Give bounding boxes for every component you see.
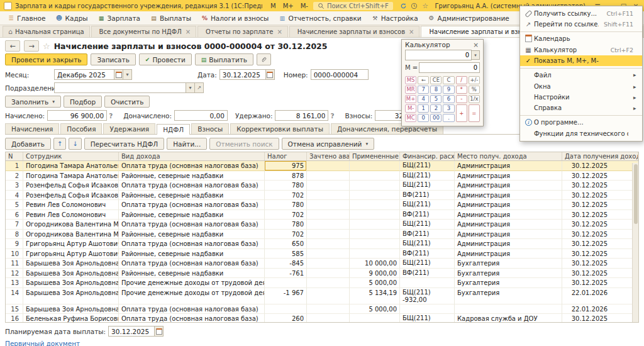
cell-financing[interactable]: ВФ(211) [400, 230, 455, 240]
cell-employee[interactable]: Ревин Лев Соломонович [23, 210, 119, 220]
cell-advance-offset[interactable] [307, 278, 350, 288]
cell-employee[interactable]: Ревин Лев Соломонович [23, 200, 119, 210]
cell-income-type[interactable]: Районные, северные надбавки [119, 249, 265, 259]
cell-income-date[interactable]: 30.12.2025 [562, 191, 638, 201]
table-row[interactable]: 16 Беленькая Руфина Борисовна Оплата тру… [6, 314, 638, 322]
cell-applied-deductions[interactable] [350, 161, 400, 171]
cell-applied-deductions[interactable] [350, 230, 400, 240]
global-search[interactable]: Поиск Ctrl+Shift+F [313, 2, 393, 10]
cell-income-date[interactable]: 30.12.2025 [562, 200, 638, 210]
cell-tax[interactable]: 702 [265, 191, 307, 201]
cell-employee[interactable]: Григорьянц Артур Ашотович [23, 249, 119, 259]
calculator-button[interactable]: 4 [418, 95, 429, 103]
table-row[interactable]: 5 Ревин Лев Соломонович Оплата труда (ос… [6, 200, 638, 210]
cell-financing[interactable]: БЩ(211) [400, 314, 455, 322]
planned-date-calendar-button[interactable] [155, 326, 164, 337]
calculator-button[interactable]: 9 [443, 86, 454, 94]
cell-income-type[interactable]: Оплата труда (основная налоговая база) [119, 304, 265, 315]
cell-income-place[interactable]: Администрация [455, 230, 562, 240]
cell-income-place[interactable]: Администрация [455, 200, 562, 210]
document-tab[interactable]: Начисления [5, 123, 59, 134]
cell-income-date[interactable]: 22.01.2026 [562, 304, 638, 315]
cell-financing[interactable]: БЩ(211) [400, 181, 455, 191]
number-input[interactable] [311, 69, 369, 80]
menu-section-item[interactable]: Настройка [367, 13, 423, 23]
cell-tax[interactable]: 975 [265, 161, 307, 171]
cell-applied-deductions[interactable] [350, 249, 400, 259]
back-button[interactable]: ← [5, 40, 20, 52]
cell-row-number[interactable]: 11 [6, 259, 23, 269]
cell-income-type[interactable]: Оплата труда (основная налоговая база) [119, 161, 265, 171]
cell-financing[interactable] [400, 304, 455, 315]
cell-income-date[interactable]: 30.12.2025 [562, 314, 638, 322]
cell-income-date[interactable]: 30.12.2025 [562, 161, 638, 171]
menu-section-item[interactable]: Выплаты [145, 13, 196, 23]
calculator-button[interactable]: % [469, 86, 480, 94]
cell-income-place[interactable]: Администрация [455, 161, 562, 171]
document-tab[interactable]: Пособия [60, 123, 102, 134]
calculator-button[interactable]: MR [405, 86, 416, 94]
cell-income-type[interactable]: Оплата труда (основная налоговая база) [119, 314, 265, 322]
cell-income-type[interactable]: Оплата труда (основная налоговая база) [119, 200, 265, 210]
pay-button[interactable]: Выплатить [195, 53, 253, 65]
document-tab[interactable]: Взносы [191, 123, 229, 134]
calculator-button[interactable]: 6 [443, 95, 454, 103]
cell-income-type[interactable]: Районные, северные надбавки [119, 210, 265, 220]
calculator-button[interactable]: 5 [430, 95, 441, 103]
cancel-search-button[interactable]: Отменить поиск [209, 138, 279, 150]
cell-tax[interactable]: -845 [265, 259, 307, 269]
forward-button[interactable]: → [24, 40, 39, 52]
window-tab[interactable]: Все документы по НДФЛ × [91, 26, 197, 37]
calculator-button[interactable]: C [443, 76, 454, 84]
withheld-help-icon[interactable]: ? [330, 112, 334, 120]
document-tab[interactable]: Корректировки выплаты [230, 123, 330, 134]
fill-button[interactable]: Заполнить▾ [5, 96, 61, 108]
cell-advance-offset[interactable] [307, 171, 350, 181]
cell-financing[interactable]: БЩ(211) [400, 259, 455, 269]
calculator-button[interactable]: / [456, 76, 467, 84]
calculator-button[interactable]: M+ [405, 95, 416, 103]
clear-button[interactable]: Очистить [104, 96, 150, 108]
table-row[interactable]: 3 Розенфельд Софья Исааковна Оплата труд… [6, 181, 638, 191]
cell-tax[interactable]: 878 [265, 171, 307, 181]
cell-income-place[interactable]: Администрация [455, 249, 562, 259]
department-open-icon[interactable]: ↗ [195, 82, 204, 93]
service-menu-item[interactable]: Перейти по ссылке... Shift+F11 ▸ [520, 19, 642, 30]
cell-income-place[interactable]: Администрация [455, 171, 562, 181]
cell-advance-offset[interactable] [307, 191, 350, 201]
cell-applied-deductions[interactable] [350, 239, 400, 249]
cell-tax[interactable]: 702 [265, 230, 307, 240]
table-row[interactable]: 6 Ревин Лев Соломонович Районные, северн… [6, 210, 638, 220]
cell-income-place[interactable]: Бухгалтерия [455, 288, 562, 304]
additional-value[interactable] [174, 110, 228, 121]
cell-employee[interactable]: Барышева Зоя Арнольдовна [23, 278, 119, 288]
cell-income-type[interactable]: Прочие денежные доходы от трудовой деяте… [119, 278, 265, 288]
calculator-button[interactable]: +/- [469, 76, 480, 84]
calculator-button[interactable]: = [469, 104, 480, 122]
cell-row-number[interactable]: 3 [6, 181, 23, 191]
table-scrollbar[interactable] [632, 163, 638, 322]
cell-employee[interactable]: Огородникова Валентина Матвеевна [23, 220, 119, 230]
cell-applied-deductions[interactable] [350, 200, 400, 210]
cell-income-date[interactable]: 30.12.2025 [562, 269, 638, 279]
month-calendar-button[interactable] [114, 69, 123, 80]
cell-financing[interactable]: ВФ(211) [400, 249, 455, 259]
cell-income-type[interactable]: Районные, северные надбавки [119, 171, 265, 181]
cell-applied-deductions[interactable]: 5 000,00 [350, 304, 400, 315]
tab-close-icon[interactable]: × [275, 28, 282, 35]
cell-row-number[interactable]: 13 [6, 278, 23, 288]
cell-income-place[interactable]: Администрация [455, 220, 562, 230]
service-menu-item[interactable]: Показать M, M+, M- ▸ [520, 55, 642, 66]
cell-employee[interactable]: Барышева Зоя Арнольдовна [23, 259, 119, 269]
cell-income-date[interactable]: 30.12.2025 [562, 220, 638, 230]
department-dropdown-icon[interactable]: ▾ [186, 82, 195, 93]
cell-applied-deductions[interactable] [350, 210, 400, 220]
date-calendar-button[interactable] [266, 69, 275, 80]
cell-income-date[interactable]: 30.12.2025 [562, 181, 638, 191]
cell-applied-deductions[interactable] [350, 220, 400, 230]
cell-advance-offset[interactable] [307, 269, 350, 279]
cell-income-date[interactable]: 30.12.2025 [562, 278, 638, 288]
calculator-button[interactable]: - [456, 95, 467, 103]
cell-applied-deductions[interactable] [350, 191, 400, 201]
cell-income-place[interactable]: Администрация [455, 191, 562, 201]
